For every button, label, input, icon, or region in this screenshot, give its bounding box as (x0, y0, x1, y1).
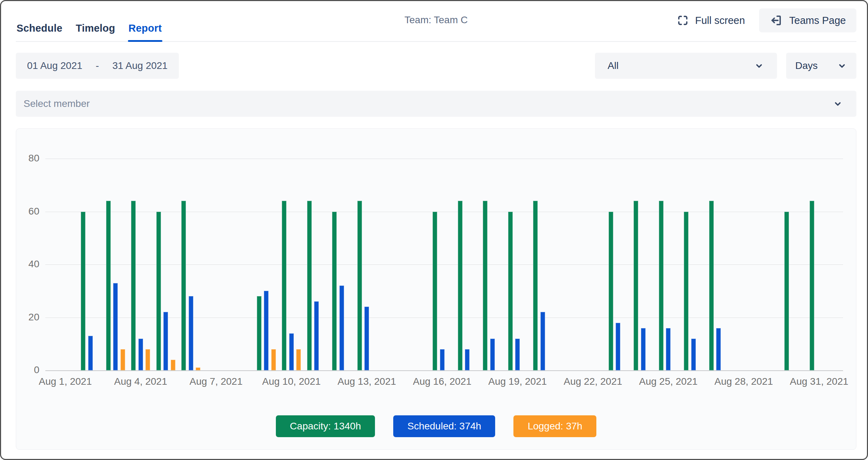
x-axis-label-day25: Aug 25, 2021 (630, 376, 707, 387)
tab-report[interactable]: Report (128, 23, 163, 41)
bar-capacity-day6 (181, 201, 186, 370)
granularity-select-value: Days (795, 60, 818, 71)
bar-capacity-day3 (106, 201, 111, 370)
fullscreen-icon (677, 14, 689, 26)
bar-capacity-day17 (458, 201, 462, 370)
bar-scheduled-day9 (264, 291, 268, 370)
bar-capacity-day20 (533, 201, 538, 370)
x-axis-label-day7: Aug 7, 2021 (177, 376, 255, 387)
chevron-down-icon (833, 98, 843, 109)
x-axis-label-day22: Aug 22, 2021 (554, 376, 631, 387)
bar-capacity-day2 (81, 212, 85, 371)
bar-capacity-day10 (282, 201, 286, 370)
member-select[interactable]: Select member (16, 91, 856, 117)
report-chart-card: 806040200Aug 1, 2021Aug 4, 2021Aug 7, 20… (16, 128, 856, 450)
x-axis-line (45, 370, 843, 371)
bar-capacity-day31 (810, 201, 814, 370)
bar-capacity-day4 (131, 201, 136, 370)
member-row: Select member (16, 91, 856, 117)
gridline-y40 (45, 264, 843, 265)
date-to: 31 Aug 2021 (112, 60, 168, 71)
return-icon (770, 14, 783, 27)
bar-scheduled-day16 (440, 349, 445, 370)
x-axis-label-day4: Aug 4, 2021 (102, 376, 179, 387)
scope-select[interactable]: All (595, 53, 777, 79)
bar-scheduled-day13 (364, 307, 369, 370)
bar-logged-day9 (271, 349, 276, 370)
date-from: 01 Aug 2021 (27, 60, 82, 71)
bar-capacity-day27 (709, 201, 714, 370)
header: ScheduleTimelogReport Team: Team C Full … (16, 1, 856, 42)
chart-legend: Capacity: 1340hScheduled: 374hLogged: 37… (16, 415, 856, 437)
granularity-select[interactable]: Days (786, 53, 856, 79)
chevron-down-icon (837, 60, 847, 71)
bar-capacity-day24 (634, 201, 638, 370)
bar-capacity-day16 (433, 212, 437, 371)
filter-row: 01 Aug 2021 - 31 Aug 2021 All Days (16, 53, 856, 79)
bar-scheduled-day26 (691, 339, 696, 370)
bar-scheduled-day4 (138, 339, 143, 370)
x-axis-label-day10: Aug 10, 2021 (253, 376, 330, 387)
bar-scheduled-day5 (163, 312, 168, 370)
chevron-down-icon (754, 60, 764, 71)
bar-capacity-day26 (684, 212, 688, 371)
bar-logged-day4 (145, 349, 150, 370)
y-axis-label-40: 40 (13, 258, 39, 270)
bar-logged-day6 (196, 368, 200, 370)
bar-scheduled-day23 (616, 323, 620, 370)
bar-scheduled-day10 (289, 333, 294, 370)
bar-capacity-day23 (609, 212, 613, 371)
bar-scheduled-day24 (641, 328, 646, 370)
bar-scheduled-day27 (716, 328, 721, 370)
bar-logged-day3 (121, 349, 125, 370)
x-axis-label-day28: Aug 28, 2021 (705, 376, 782, 387)
team-label: Team: Team C (404, 14, 468, 26)
tab-timelog[interactable]: Timelog (75, 23, 116, 41)
fullscreen-button[interactable]: Full screen (677, 14, 745, 26)
x-axis-label-day19: Aug 19, 2021 (479, 376, 556, 387)
bar-capacity-day9 (257, 296, 261, 370)
bar-scheduled-day6 (189, 296, 193, 370)
x-axis-label-day1: Aug 1, 2021 (27, 376, 104, 387)
legend-capacity-button[interactable]: Capacity: 1340h (276, 415, 375, 437)
bar-capacity-day18 (483, 201, 487, 370)
bar-capacity-day19 (508, 212, 513, 371)
bar-logged-day5 (171, 360, 175, 370)
bar-capacity-day12 (332, 212, 337, 371)
x-axis-label-day31: Aug 31, 2021 (780, 376, 858, 387)
bar-chart-plot-area: 806040200Aug 1, 2021Aug 4, 2021Aug 7, 20… (45, 159, 843, 370)
active-tab-indicator (128, 40, 163, 42)
bar-capacity-day25 (659, 201, 663, 370)
y-axis-label-0: 0 (13, 364, 39, 376)
bar-scheduled-day25 (666, 328, 671, 370)
x-axis-label-day16: Aug 16, 2021 (403, 376, 481, 387)
bar-capacity-day30 (784, 212, 789, 371)
bar-scheduled-day20 (540, 312, 545, 370)
y-axis-label-80: 80 (13, 153, 39, 164)
legend-logged-button[interactable]: Logged: 37h (513, 415, 596, 437)
legend-scheduled-button[interactable]: Scheduled: 374h (393, 415, 495, 437)
bar-capacity-day13 (357, 201, 362, 370)
scope-select-value: All (608, 60, 618, 71)
header-actions: Full screen Teams Page (677, 8, 856, 32)
x-axis-label-day13: Aug 13, 2021 (328, 376, 406, 387)
bar-scheduled-day12 (339, 286, 344, 370)
bar-scheduled-day18 (490, 339, 495, 370)
teams-page-button[interactable]: Teams Page (759, 8, 856, 32)
gridline-y60 (45, 212, 843, 212)
bar-scheduled-day2 (88, 336, 93, 370)
gridline-y80 (45, 159, 843, 159)
bar-scheduled-day17 (465, 349, 469, 370)
tab-bar: ScheduleTimelogReport (16, 23, 162, 41)
y-axis-label-60: 60 (13, 206, 39, 217)
tab-schedule[interactable]: Schedule (16, 23, 63, 41)
bar-scheduled-day11 (314, 301, 319, 370)
y-axis-label-20: 20 (13, 312, 39, 323)
date-range-picker[interactable]: 01 Aug 2021 - 31 Aug 2021 (16, 53, 179, 79)
bar-logged-day10 (296, 349, 301, 370)
date-separator: - (96, 60, 99, 71)
member-select-placeholder: Select member (24, 98, 90, 109)
fullscreen-label: Full screen (695, 15, 745, 26)
bar-capacity-day5 (156, 212, 161, 371)
teams-page-label: Teams Page (789, 15, 846, 26)
